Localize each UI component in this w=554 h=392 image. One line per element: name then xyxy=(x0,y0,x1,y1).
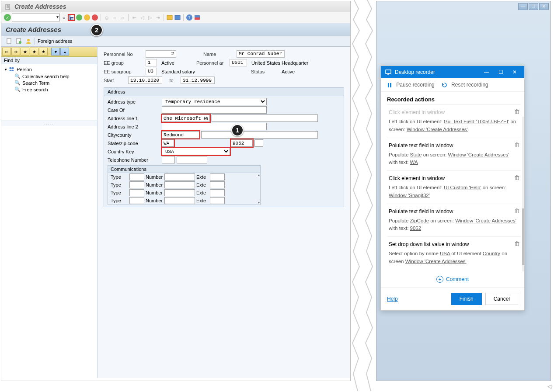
recorded-action[interactable]: Click element in window 🗑 Left click on … xyxy=(387,104,521,138)
find-icon[interactable]: ⌕ xyxy=(111,14,118,21)
start-input[interactable] xyxy=(128,76,162,84)
callout-1: 1 xyxy=(231,124,244,136)
county-input[interactable] xyxy=(201,131,318,139)
tree-collective-search[interactable]: 🔍Collective search help xyxy=(5,73,94,80)
nav-up-icon[interactable]: ▴ xyxy=(60,48,69,56)
tree-search-term[interactable]: 🔍Search Term xyxy=(5,80,94,86)
nav-star3-icon[interactable]: ★ xyxy=(39,48,48,56)
name-label: Name xyxy=(203,52,234,57)
comm-number-input[interactable] xyxy=(164,197,195,204)
tree-item-label: Free search xyxy=(22,87,48,92)
reset-recording-button[interactable]: Reset recording xyxy=(442,82,488,88)
nav-down-icon[interactable]: ▾ xyxy=(51,48,60,56)
nav-back-icon[interactable]: ⇐ xyxy=(2,48,11,56)
communications-section: Communications TypeNumberExte TypeNumber… xyxy=(108,165,261,205)
zip-ext-input[interactable] xyxy=(254,139,263,147)
phone1-input[interactable] xyxy=(162,156,175,163)
svg-rect-15 xyxy=(388,83,389,87)
collapse-icon[interactable]: ◁ xyxy=(547,383,551,389)
care-of-input[interactable] xyxy=(162,106,267,114)
city-input[interactable] xyxy=(162,131,199,139)
prev-page-icon[interactable]: ◁ xyxy=(139,14,146,21)
comm-number-input[interactable] xyxy=(164,181,195,188)
close-icon[interactable]: ✕ xyxy=(539,3,549,10)
comm-type-input[interactable] xyxy=(129,189,144,196)
recorder-minimize-icon[interactable]: — xyxy=(481,69,492,75)
binoculars-icon: 🔍 xyxy=(14,73,21,79)
ee-subgroup-text: Standard salary xyxy=(160,69,197,75)
nav-star2-icon[interactable]: ★ xyxy=(30,48,38,56)
list-scrollbar[interactable] xyxy=(522,117,524,271)
last-page-icon[interactable]: ⇥ xyxy=(154,14,161,21)
recorded-action[interactable]: Polulate text field in window 🗑 Populate… xyxy=(387,138,521,171)
comm-type-input[interactable] xyxy=(129,173,144,180)
person-icon[interactable] xyxy=(25,38,32,45)
nav-fwd-icon[interactable]: ⇒ xyxy=(11,48,20,56)
shortcut-icon[interactable] xyxy=(174,14,181,21)
add-comment-button[interactable]: +Comment xyxy=(381,271,524,287)
first-page-icon[interactable]: ⇤ xyxy=(131,14,138,21)
foreign-address-label[interactable]: Foreign address xyxy=(38,38,73,44)
trash-icon[interactable]: 🗑 xyxy=(514,108,520,115)
trash-icon[interactable]: 🗑 xyxy=(514,142,520,148)
address-type-select[interactable]: Temporary residence xyxy=(162,98,267,105)
svg-point-12 xyxy=(10,67,12,69)
address-line1-ext-input[interactable] xyxy=(212,114,318,122)
finish-button[interactable]: Finish xyxy=(451,293,482,305)
nav-star1-icon[interactable]: ★ xyxy=(21,48,29,56)
personnel-no-label: Personnel No xyxy=(104,52,143,57)
comm-exte-input[interactable] xyxy=(210,197,225,204)
trash-icon[interactable]: 🗑 xyxy=(514,240,520,247)
doc1-icon[interactable] xyxy=(6,38,13,45)
tree-person[interactable]: ▾ Person xyxy=(5,66,94,73)
comm-type-input[interactable] xyxy=(129,181,144,188)
recorder-footer: Help Finish Cancel xyxy=(381,287,524,310)
recorded-action[interactable]: Set drop down list value in window 🗑 Sel… xyxy=(387,236,521,270)
trash-icon[interactable]: 🗑 xyxy=(514,174,520,181)
resize-dots[interactable]: ····· xyxy=(1,121,97,126)
cancel-icon[interactable] xyxy=(91,14,98,21)
comm-exte-input[interactable] xyxy=(210,173,225,180)
zip-input[interactable] xyxy=(231,139,253,147)
cancel-button[interactable]: Cancel xyxy=(485,293,518,305)
trash-icon[interactable]: 🗑 xyxy=(514,208,520,214)
recorded-action[interactable]: Polulate text field in window 🗑 Populate… xyxy=(387,204,521,237)
ee-group-value: 1 xyxy=(146,59,157,66)
recorder-close-icon[interactable]: ✕ xyxy=(509,69,520,75)
enter-icon[interactable]: ✓ xyxy=(4,14,11,21)
maximize-icon[interactable]: ❐ xyxy=(529,3,538,10)
comm-number-input[interactable] xyxy=(164,173,195,180)
command-combo[interactable] xyxy=(12,14,60,21)
address-line1-input[interactable] xyxy=(162,114,210,122)
find-next-icon[interactable]: ⌕ xyxy=(119,14,126,21)
pause-recording-button[interactable]: Pause recording xyxy=(387,82,435,88)
to-input[interactable] xyxy=(181,76,215,84)
comm-exte-input[interactable] xyxy=(210,181,225,188)
personnel-no-value[interactable]: 2 xyxy=(146,50,176,58)
help-icon[interactable]: ? xyxy=(186,14,193,21)
help-link[interactable]: Help xyxy=(387,296,398,302)
tree-free-search[interactable]: 🔍Free search xyxy=(5,86,94,93)
callout-2: 2 xyxy=(91,24,103,36)
comm-type-input[interactable] xyxy=(129,197,144,204)
layout-icon[interactable] xyxy=(194,14,201,21)
phone2-input[interactable] xyxy=(177,156,207,163)
minimize-icon[interactable]: — xyxy=(518,3,528,10)
exit-icon[interactable] xyxy=(84,14,91,21)
save-button[interactable] xyxy=(68,14,75,21)
back-icon[interactable] xyxy=(76,14,83,21)
state-input[interactable] xyxy=(162,139,174,147)
new-session-icon[interactable] xyxy=(166,14,173,21)
next-page-icon[interactable]: ▷ xyxy=(146,14,153,21)
country-select[interactable]: USA xyxy=(162,148,230,155)
tree-item-label: Search Term xyxy=(22,80,49,86)
comm-exte-input[interactable] xyxy=(210,189,225,196)
comm-number-input[interactable] xyxy=(164,189,195,196)
doc2-icon[interactable] xyxy=(15,38,22,45)
comm-scrollbar[interactable]: ▴▾ xyxy=(258,173,260,205)
recorder-maximize-icon[interactable]: ☐ xyxy=(495,69,506,75)
print-icon[interactable]: ⎙ xyxy=(103,14,110,21)
comm-number-label: Number xyxy=(146,182,163,187)
address-line2-input[interactable] xyxy=(162,123,267,130)
recorded-action[interactable]: Click element in window 🗑 Left click on … xyxy=(387,170,521,204)
